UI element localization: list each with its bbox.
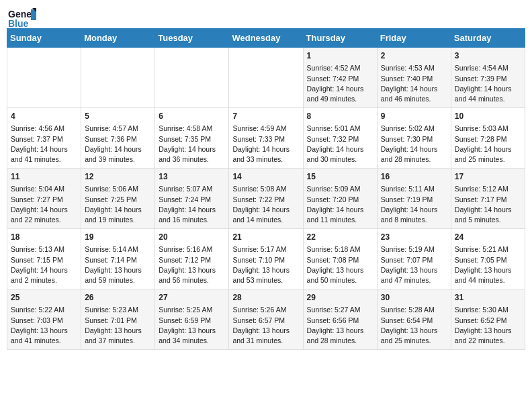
calendar-cell: 23Sunrise: 5:19 AMSunset: 7:07 PMDayligh… [377,229,451,289]
day-number: 7 [232,111,299,122]
sunrise-time: Sunrise: 5:08 AM [232,185,286,193]
sunset-time: Sunset: 7:19 PM [381,195,433,203]
day-number: 23 [381,232,447,243]
day-number: 13 [159,171,225,183]
sunrise-time: Sunrise: 5:12 AM [455,185,508,193]
daylight-hours: Daylight: 14 hours and 41 minutes. [11,145,68,163]
daylight-hours: Daylight: 13 hours and 25 minutes. [381,326,438,345]
sunrise-time: Sunrise: 4:57 AM [85,124,138,132]
sunset-time: Sunset: 7:20 PM [307,195,359,203]
day-number: 17 [455,171,521,183]
calendar-table: SundayMondayTuesdayWednesdayThursdayFrid… [7,28,525,350]
sunrise-time: Sunrise: 5:03 AM [455,124,508,132]
sunset-time: Sunset: 7:03 PM [11,316,63,324]
daylight-hours: Daylight: 13 hours and 56 minutes. [159,266,216,284]
header-monday: Monday [81,29,155,48]
sunset-time: Sunset: 6:56 PM [307,316,359,324]
calendar-cell: 13Sunrise: 5:07 AMSunset: 7:24 PMDayligh… [155,169,229,229]
calendar-cell: 29Sunrise: 5:27 AMSunset: 6:56 PMDayligh… [303,289,377,350]
day-number: 30 [381,292,447,304]
calendar-week-row: 4Sunrise: 4:56 AMSunset: 7:37 PMDaylight… [7,108,525,169]
calendar-week-row: 1Sunrise: 4:52 AMSunset: 7:42 PMDaylight… [7,48,525,108]
calendar-cell [155,48,229,108]
calendar-cell: 10Sunrise: 5:03 AMSunset: 7:28 PMDayligh… [451,108,525,169]
day-number: 6 [159,111,225,122]
calendar-week-row: 18Sunrise: 5:13 AMSunset: 7:15 PMDayligh… [7,229,525,289]
daylight-hours: Daylight: 14 hours and 28 minutes. [381,145,438,163]
sunrise-time: Sunrise: 5:07 AM [159,185,212,193]
sunset-time: Sunset: 7:39 PM [455,75,507,83]
calendar-cell: 20Sunrise: 5:16 AMSunset: 7:12 PMDayligh… [155,229,229,289]
sunset-time: Sunset: 7:15 PM [11,256,63,264]
sunrise-time: Sunrise: 5:09 AM [307,185,361,193]
calendar-cell: 11Sunrise: 5:04 AMSunset: 7:27 PMDayligh… [7,169,81,229]
daylight-hours: Daylight: 14 hours and 33 minutes. [232,145,290,163]
daylight-hours: Daylight: 13 hours and 37 minutes. [85,326,142,345]
sunset-time: Sunset: 7:08 PM [307,256,359,264]
sunrise-time: Sunrise: 4:52 AM [307,64,361,72]
calendar-cell: 19Sunrise: 5:14 AMSunset: 7:14 PMDayligh… [81,229,155,289]
day-number: 18 [11,232,77,243]
daylight-hours: Daylight: 14 hours and 2 minutes. [11,266,68,284]
sunset-time: Sunset: 7:33 PM [232,135,285,143]
calendar-cell: 16Sunrise: 5:11 AMSunset: 7:19 PMDayligh… [377,169,451,229]
day-number: 24 [455,232,521,243]
sunset-time: Sunset: 7:42 PM [307,75,359,83]
calendar-cell: 17Sunrise: 5:12 AMSunset: 7:17 PMDayligh… [451,169,525,229]
sunrise-time: Sunrise: 5:25 AM [159,306,212,314]
daylight-hours: Daylight: 14 hours and 22 minutes. [11,205,68,224]
calendar-cell: 24Sunrise: 5:21 AMSunset: 7:05 PMDayligh… [451,229,525,289]
sunset-time: Sunset: 7:32 PM [307,135,359,143]
sunset-time: Sunset: 7:27 PM [11,195,63,203]
logo: General Blue [7,7,36,23]
sunrise-time: Sunrise: 5:23 AM [85,306,138,314]
daylight-hours: Daylight: 14 hours and 16 minutes. [159,205,216,224]
day-number: 1 [307,50,373,62]
calendar-week-row: 25Sunrise: 5:22 AMSunset: 7:03 PMDayligh… [7,289,525,350]
daylight-hours: Daylight: 14 hours and 39 minutes. [85,145,142,163]
day-number: 8 [307,111,373,122]
calendar-cell: 14Sunrise: 5:08 AMSunset: 7:22 PMDayligh… [229,169,303,229]
calendar-cell: 4Sunrise: 4:56 AMSunset: 7:37 PMDaylight… [7,108,81,169]
calendar-cell: 3Sunrise: 4:54 AMSunset: 7:39 PMDaylight… [451,48,525,108]
sunrise-time: Sunrise: 4:59 AM [232,124,286,132]
logo-icon: General Blue [7,7,36,28]
sunrise-time: Sunrise: 5:06 AM [85,185,138,193]
calendar-cell: 7Sunrise: 4:59 AMSunset: 7:33 PMDaylight… [229,108,303,169]
calendar-cell: 30Sunrise: 5:28 AMSunset: 6:54 PMDayligh… [377,289,451,350]
daylight-hours: Daylight: 14 hours and 36 minutes. [159,145,216,163]
sunset-time: Sunset: 7:10 PM [232,256,285,264]
sunset-time: Sunset: 7:37 PM [11,135,63,143]
sunrise-time: Sunrise: 5:27 AM [307,306,361,314]
sunrise-time: Sunrise: 5:22 AM [11,306,64,314]
sunrise-time: Sunrise: 5:16 AM [159,245,212,253]
day-number: 25 [11,292,77,304]
calendar-cell: 21Sunrise: 5:17 AMSunset: 7:10 PMDayligh… [229,229,303,289]
day-number: 21 [232,232,299,243]
sunrise-time: Sunrise: 4:56 AM [11,124,64,132]
daylight-hours: Daylight: 13 hours and 53 minutes. [232,266,290,284]
sunrise-time: Sunrise: 4:54 AM [455,64,508,72]
calendar-cell: 1Sunrise: 4:52 AMSunset: 7:42 PMDaylight… [303,48,377,108]
daylight-hours: Daylight: 14 hours and 30 minutes. [307,145,364,163]
sunset-time: Sunset: 7:14 PM [85,256,137,264]
sunset-time: Sunset: 7:22 PM [232,195,285,203]
calendar-cell [81,48,155,108]
sunset-time: Sunset: 7:40 PM [381,75,433,83]
daylight-hours: Daylight: 13 hours and 47 minutes. [381,266,438,284]
sunset-time: Sunset: 7:28 PM [455,135,507,143]
sunset-time: Sunset: 6:54 PM [381,316,433,324]
day-number: 12 [85,171,151,183]
calendar-cell: 9Sunrise: 5:02 AMSunset: 7:30 PMDaylight… [377,108,451,169]
calendar-cell: 27Sunrise: 5:25 AMSunset: 6:59 PMDayligh… [155,289,229,350]
daylight-hours: Daylight: 14 hours and 11 minutes. [307,205,364,224]
daylight-hours: Daylight: 13 hours and 34 minutes. [159,326,216,345]
day-number: 11 [11,171,77,183]
page-header: General Blue [7,7,525,23]
day-number: 9 [381,111,447,122]
sunrise-time: Sunrise: 5:11 AM [381,185,435,193]
sunset-time: Sunset: 7:30 PM [381,135,433,143]
sunset-time: Sunset: 7:35 PM [159,135,211,143]
daylight-hours: Daylight: 14 hours and 5 minutes. [455,205,512,224]
day-number: 2 [381,50,447,62]
